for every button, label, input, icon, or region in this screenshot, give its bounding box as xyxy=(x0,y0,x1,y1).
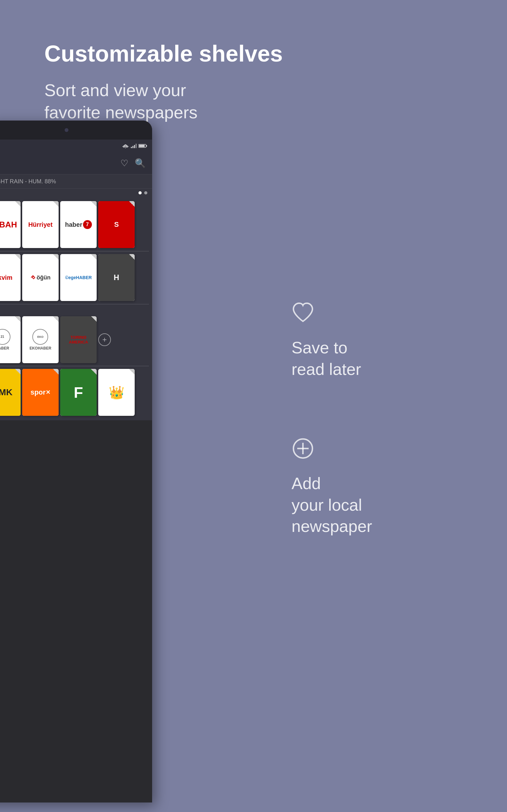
feature-save-label: Save to read later xyxy=(291,337,475,380)
shelf-section: SABAH Hürriyet haber 7 S xyxy=(0,197,152,420)
weather-text: H LIGHT RAIN - HUM. 88% xyxy=(0,178,56,185)
egehaber-logo: ©egeHABER xyxy=(63,273,93,282)
nav-dot-2[interactable] xyxy=(144,191,147,194)
list-item[interactable]: 21 HABER xyxy=(0,316,20,363)
heart-icon xyxy=(291,301,475,328)
svg-rect-9 xyxy=(146,145,147,147)
list-item[interactable]: Hürriyet xyxy=(22,201,59,248)
feature-add: Add your local newspaper xyxy=(291,437,475,537)
page-container: Customizable shelves Sort and view your … xyxy=(0,0,507,812)
list-item[interactable]: haber 7 xyxy=(60,201,97,248)
partial-logo-2: H xyxy=(98,254,135,301)
app-header: ♡ 🔍 xyxy=(0,152,152,174)
ogun-logo: öğün xyxy=(29,273,52,283)
shelf-row-1: SABAH Hürriyet haber 7 S xyxy=(0,199,152,251)
list-item[interactable]: spor✕ xyxy=(22,369,59,416)
haber7-logo: haber 7 xyxy=(63,218,93,231)
section-label: (10) xyxy=(0,305,152,313)
tablet-top-bar xyxy=(0,120,152,140)
list-item[interactable]: TORINO AMERICA xyxy=(60,316,97,363)
search-header-icon[interactable]: 🔍 xyxy=(135,158,146,168)
feature-add-label: Add your local newspaper xyxy=(291,473,475,537)
torino-logo: TORINO AMERICA xyxy=(60,334,97,346)
list-item[interactable]: 👑 xyxy=(98,369,135,416)
svg-rect-7 xyxy=(135,144,136,148)
tablet-container: ♡ 🔍 H LIGHT RAIN - HUM. 88% SABAH xyxy=(0,120,158,812)
nav-dots xyxy=(0,189,152,197)
wifi-icon xyxy=(122,144,129,148)
svg-rect-5 xyxy=(132,146,133,148)
plus-circle-icon xyxy=(291,437,475,463)
list-item[interactable]: öğün xyxy=(22,254,59,301)
svg-point-3 xyxy=(125,148,126,148)
svg-rect-4 xyxy=(131,147,132,148)
f-logo: F xyxy=(60,369,97,416)
list-item[interactable]: AMK xyxy=(0,369,20,416)
hurriyet-logo: Hürriyet xyxy=(26,219,54,230)
sub-title: Sort and view your favorite newspapers xyxy=(44,79,298,123)
partial-logo: S xyxy=(98,201,135,248)
signal-icon xyxy=(131,144,136,148)
weather-bar: H LIGHT RAIN - HUM. 88% xyxy=(0,174,152,189)
add-button[interactable]: + xyxy=(98,334,111,346)
list-item[interactable]: ©egeHABER xyxy=(60,254,97,301)
nav-dot-1[interactable] xyxy=(138,191,142,194)
21haber-logo: 21 HABER xyxy=(0,326,13,353)
svg-rect-10 xyxy=(139,145,145,147)
status-icons xyxy=(122,144,147,148)
shelf-row-3: 21 HABER EKO EKOHABER xyxy=(0,313,152,366)
takvim-logo: takvim xyxy=(0,272,14,283)
list-item[interactable]: EKO EKOHABER xyxy=(22,316,59,363)
tablet-camera xyxy=(65,128,68,132)
text-section: Customizable shelves Sort and view your … xyxy=(44,41,298,124)
list-item[interactable]: takvim xyxy=(0,254,20,301)
tablet-device: ♡ 🔍 H LIGHT RAIN - HUM. 88% SABAH xyxy=(0,120,152,803)
main-title: Customizable shelves xyxy=(44,41,298,66)
ekohaber-logo: EKO EKOHABER xyxy=(27,326,54,353)
list-item[interactable]: F xyxy=(60,369,97,416)
amk-logo: AMK xyxy=(0,369,20,416)
sporx-logo: spor✕ xyxy=(22,369,59,416)
shelf-row-2: takvim öğün ©egeHABER xyxy=(0,252,152,304)
sabah-logo: SABAH xyxy=(0,218,19,231)
shelf-row-4: AMK spor✕ F 👑 xyxy=(0,366,152,419)
feature-section: Save to read later Add your local newspa… xyxy=(291,301,475,595)
feature-save: Save to read later xyxy=(291,301,475,380)
status-bar xyxy=(0,140,152,152)
list-item[interactable]: H xyxy=(98,254,135,301)
svg-rect-6 xyxy=(134,145,135,148)
crown-logo: 👑 xyxy=(98,369,135,416)
battery-icon xyxy=(138,144,147,148)
ogun-icon xyxy=(31,274,37,281)
heart-header-icon[interactable]: ♡ xyxy=(120,158,128,168)
list-item[interactable]: SABAH xyxy=(0,201,20,248)
list-item[interactable]: S xyxy=(98,201,135,248)
